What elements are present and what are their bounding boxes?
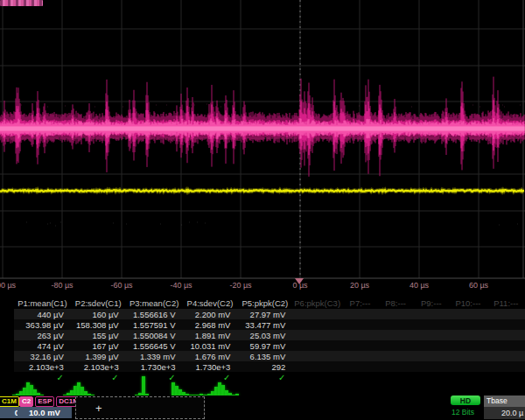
measurement-value: 2.200 mV xyxy=(183,309,238,319)
measurement-value xyxy=(378,309,414,319)
time-axis-label: -20 µs xyxy=(229,281,251,290)
c2-scale-value: 10.0 mV xyxy=(18,407,72,418)
time-axis-label: -40 µs xyxy=(170,281,192,290)
measurement-header-p1[interactable]: P1:mean(C1) xyxy=(14,298,71,309)
measurement-value: 1.556616 V xyxy=(126,309,183,319)
measurement-value xyxy=(413,340,449,351)
measurement-value: 1.730e+3 xyxy=(183,361,238,372)
measurement-value xyxy=(449,351,487,361)
measurement-value: 1.557591 V xyxy=(126,319,183,330)
measurement-header-p8[interactable]: P8:--- xyxy=(378,298,414,309)
measurement-header-p9[interactable]: P9:--- xyxy=(413,298,449,309)
measurement-value: 1.891 mV xyxy=(183,330,238,340)
status-check-icon xyxy=(378,372,414,382)
histicon-p1 xyxy=(12,382,47,396)
timebase-value: 20.0 µ xyxy=(484,407,525,417)
measurement-value: 1.730e+3 xyxy=(126,361,183,372)
measurement-header-p5[interactable]: P5:pkpk(C2) xyxy=(237,298,292,309)
measurement-value xyxy=(449,361,487,372)
hd-mode-badge[interactable]: HD xyxy=(451,396,480,405)
status-check-icon: ✓ xyxy=(183,372,238,382)
status-check-icon xyxy=(449,372,487,382)
measurement-value xyxy=(487,319,525,330)
status-check-icon: ✓ xyxy=(237,372,292,382)
histicon-p3 xyxy=(114,376,149,396)
measurement-value: 263 µV xyxy=(14,330,71,340)
measurement-value xyxy=(342,319,378,330)
time-axis-label: -80 µs xyxy=(51,281,73,290)
measurement-value: 158.308 µV xyxy=(71,319,126,330)
measurement-value: 1.556645 V xyxy=(126,340,183,351)
measurement-value xyxy=(413,330,449,340)
measurement-value xyxy=(449,340,487,351)
measurement-value: 167 µV xyxy=(71,340,126,351)
measurement-row: 440 µV160 µV1.556616 V2.200 mV27.97 mV xyxy=(14,309,525,319)
measurement-value xyxy=(292,340,342,351)
measurement-value xyxy=(449,309,487,319)
time-axis-label: -100 µs xyxy=(0,281,16,290)
status-check-icon xyxy=(487,372,525,382)
measurement-value: 2.103e+3 xyxy=(14,361,71,372)
measurement-value xyxy=(292,319,342,330)
bottom-bar: C1M 0 mV C2 ESP DC1M 10.0 mV + HD 12 Bit… xyxy=(0,396,525,420)
measurement-value xyxy=(342,309,378,319)
measurement-value: 27.97 mV xyxy=(237,309,292,319)
measurement-header-p2[interactable]: P2:sdev(C1) xyxy=(71,298,126,309)
measurement-value: 2.968 mV xyxy=(183,319,238,330)
oscilloscope-screen: -100 µs-80 µs-60 µs-40 µs-20 µs0 µs20 µs… xyxy=(0,0,525,420)
measurement-value: 33.477 mV xyxy=(237,319,292,330)
c2-esp-chip: ESP xyxy=(35,396,54,407)
measurement-value xyxy=(378,340,414,351)
measurement-value: 1.550084 V xyxy=(126,330,183,340)
measurement-value xyxy=(449,330,487,340)
channel-c2-descriptor[interactable]: C2 ESP DC1M 10.0 mV xyxy=(18,396,72,419)
waveform-display[interactable] xyxy=(0,0,525,280)
measurement-value: 10.031 mV xyxy=(183,340,238,351)
measurement-value xyxy=(342,330,378,340)
timebase-label: Tbase xyxy=(484,396,525,407)
measurement-row: 2.103e+32.103e+31.730e+31.730e+3292 xyxy=(14,361,525,372)
measurement-value: 32.16 µV xyxy=(14,351,71,361)
plus-icon: + xyxy=(95,402,102,415)
trace-label-badge xyxy=(0,0,43,6)
measurement-value: 474 µV xyxy=(14,340,71,351)
measurement-value xyxy=(378,319,414,330)
measurement-header-p11[interactable]: P11:--- xyxy=(487,298,525,309)
measurement-header-p3[interactable]: P3:mean(C2) xyxy=(126,298,183,309)
measurement-value: 1.676 mV xyxy=(183,351,238,361)
measurement-value xyxy=(413,361,449,372)
measurement-value: 440 µV xyxy=(14,309,71,319)
measurement-value xyxy=(487,351,525,361)
measurement-header-p10[interactable]: P10:--- xyxy=(449,298,487,309)
measurement-row: 363.98 µV158.308 µV1.557591 V2.968 mV33.… xyxy=(14,319,525,330)
measurement-value xyxy=(487,309,525,319)
measurement-value: 1.399 µV xyxy=(71,351,126,361)
measurement-value xyxy=(413,319,449,330)
status-check-icon xyxy=(342,372,378,382)
measurement-value xyxy=(487,340,525,351)
time-axis-label: 20 µs xyxy=(350,281,369,290)
measurement-value xyxy=(378,330,414,340)
measurement-value xyxy=(342,340,378,351)
measurement-value xyxy=(342,361,378,372)
measurement-value xyxy=(292,330,342,340)
histicon-p2 xyxy=(63,382,98,396)
measurement-header-p6[interactable]: P6:pkpk(C3) xyxy=(292,298,342,309)
time-axis-label: 60 µs xyxy=(469,281,488,290)
histicon-p4 xyxy=(172,382,206,396)
measurement-header-p4[interactable]: P4:sdev(C2) xyxy=(183,298,238,309)
measurement-value: 292 xyxy=(237,361,292,372)
add-trace-button[interactable]: + xyxy=(75,396,205,419)
measurement-value: 363.98 µV xyxy=(14,319,71,330)
status-check-icon xyxy=(413,372,449,382)
measurement-value: 155 µV xyxy=(71,330,126,340)
measurement-row: 474 µV167 µV1.556645 V10.031 mV59.97 mV xyxy=(14,340,525,351)
measurement-value: 6.135 mV xyxy=(237,351,292,361)
time-axis-label: -60 µs xyxy=(110,281,132,290)
measurement-header-p7[interactable]: P7:--- xyxy=(342,298,378,309)
measurement-value: 25.03 mV xyxy=(237,330,292,340)
histicon-p5 xyxy=(204,382,239,396)
measurement-value xyxy=(413,309,449,319)
measurement-value: 160 µV xyxy=(71,309,126,319)
timebase-box[interactable]: Tbase 20.0 µ xyxy=(484,396,525,419)
